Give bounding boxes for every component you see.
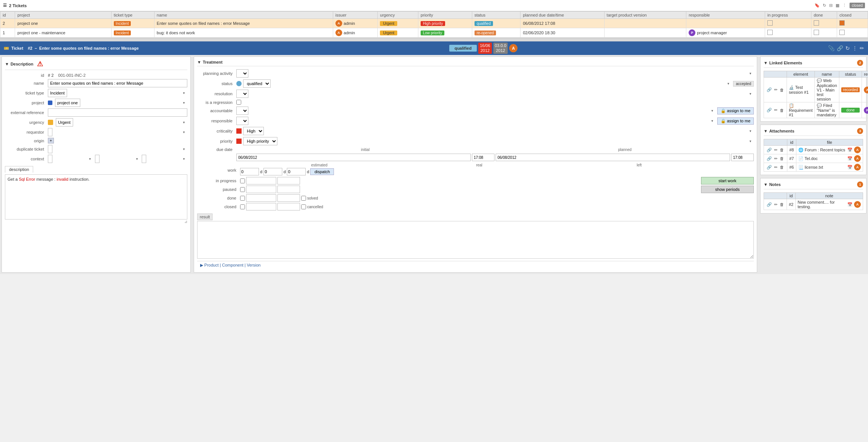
col-project[interactable]: project	[15, 12, 112, 19]
criticality-select[interactable]: High	[243, 127, 264, 135]
cancelled-check[interactable]	[301, 204, 306, 209]
desc-tab-description[interactable]: description	[5, 166, 33, 173]
delete-btn-1[interactable]: 🗑	[779, 88, 785, 92]
more-options-btn[interactable]: ⋮	[852, 45, 857, 51]
result-textarea[interactable]	[197, 221, 754, 259]
accountable-select[interactable]	[236, 107, 248, 115]
grid-icon[interactable]: ▦	[836, 3, 839, 8]
link-icon-btn[interactable]: 🔗	[837, 45, 843, 51]
work-left-input[interactable]	[287, 168, 306, 175]
treatment-status-select[interactable]: qualified	[243, 79, 271, 88]
ticket-type-select[interactable]: Incident	[48, 89, 67, 97]
context-select-3[interactable]	[142, 155, 146, 163]
col-responsible[interactable]: responsible	[686, 12, 765, 19]
col-priority[interactable]: priority	[418, 12, 472, 19]
col-urgency[interactable]: urgency	[378, 12, 418, 19]
table-row[interactable]: 2 project one Incident Enter some quotes…	[0, 19, 868, 28]
name-input[interactable]	[48, 79, 187, 87]
resolution-select[interactable]	[236, 90, 248, 98]
solved-check[interactable]	[301, 196, 306, 201]
col-done[interactable]: done	[811, 12, 837, 19]
attach-edit-2[interactable]: ✏	[773, 156, 778, 161]
closed-date[interactable]	[246, 203, 276, 210]
col-name[interactable]: name	[154, 12, 333, 19]
in-progress-check[interactable]	[767, 20, 773, 26]
resize-handle[interactable]: ⊿	[184, 219, 187, 224]
attach-download-1[interactable]: 📅	[847, 148, 853, 152]
edit-btn-1[interactable]: ✏	[773, 87, 778, 92]
status-button[interactable]: qualified	[449, 45, 477, 52]
note-delete-1[interactable]: 🗑	[779, 202, 785, 207]
note-link-1[interactable]: 🔗	[766, 202, 773, 207]
project-select[interactable]: project one	[55, 99, 80, 107]
initial-date-input[interactable]	[236, 154, 471, 161]
context-select-2[interactable]	[95, 155, 100, 163]
show-periods-btn[interactable]: show periods	[701, 186, 754, 193]
user-avatar[interactable]: A	[509, 44, 517, 52]
planned-time-input[interactable]	[731, 154, 754, 161]
note-date-1[interactable]: 📅	[847, 202, 853, 207]
assign-to-me-responsible[interactable]: 🔒 assign to me	[717, 117, 754, 125]
attach-download-3[interactable]: 📅	[847, 165, 853, 170]
attach-edit-1[interactable]: ✏	[773, 148, 778, 152]
priority-select[interactable]: High priority	[243, 137, 277, 145]
work-estimated-input[interactable]	[240, 168, 259, 175]
done-time[interactable]	[277, 194, 300, 202]
link-btn-1[interactable]: 🔗	[766, 87, 773, 92]
planning-activity-select[interactable]	[236, 69, 248, 78]
col-issuer[interactable]: issuer	[333, 12, 377, 19]
closed-check[interactable]	[839, 30, 845, 35]
menu-icon[interactable]: ☰	[3, 3, 7, 8]
work-real-input[interactable]	[263, 168, 282, 175]
start-work-btn[interactable]: start work	[701, 177, 754, 184]
done-check[interactable]	[814, 30, 819, 35]
col-planned-due[interactable]: planned due date/time	[520, 12, 604, 19]
refresh-icon[interactable]: ↻	[823, 3, 826, 8]
note-edit-1[interactable]: ✏	[773, 202, 778, 207]
done-check[interactable]	[814, 20, 819, 26]
in-progress-check[interactable]	[240, 178, 245, 183]
desc-text-area[interactable]: Get a Sql Error message : invalid instru…	[5, 174, 187, 219]
responsible-select[interactable]	[236, 117, 248, 125]
bookmark-icon[interactable]: 🔖	[814, 3, 820, 8]
product-component-bar[interactable]: ▶ Product | Component | Version	[197, 261, 754, 269]
link-btn-2[interactable]: 🔗	[766, 108, 773, 113]
edit-btn-2[interactable]: ✏	[773, 108, 778, 113]
attachment-icon-btn[interactable]: 📎	[828, 45, 834, 51]
attach-delete-3[interactable]: 🗑	[779, 165, 785, 169]
attach-download-2[interactable]: 📅	[847, 156, 853, 161]
context-select-1[interactable]	[48, 155, 52, 163]
paused-check[interactable]	[240, 187, 245, 192]
closed-check[interactable]	[240, 204, 245, 209]
attach-delete-2[interactable]: 🗑	[779, 156, 785, 161]
attach-link-3[interactable]: 🔗	[766, 165, 773, 170]
paused-time[interactable]	[277, 186, 300, 193]
attach-link-2[interactable]: 🔗	[766, 156, 773, 161]
duplicate-select[interactable]	[48, 145, 52, 153]
urgency-select[interactable]: Urgent	[56, 118, 73, 127]
col-id[interactable]: id	[0, 12, 15, 19]
edit-icon-btn[interactable]: ✏	[860, 45, 864, 51]
done-check[interactable]	[240, 196, 245, 201]
closed-check[interactable]	[839, 20, 845, 26]
in-progress-check[interactable]	[767, 30, 773, 35]
is-regression-checkbox[interactable]	[236, 100, 241, 105]
external-ref-input[interactable]	[48, 108, 187, 117]
col-closed[interactable]: closed	[837, 12, 868, 19]
planned-date-input[interactable]	[496, 154, 730, 161]
col-target-version[interactable]: target product version	[604, 12, 686, 19]
attach-link-1[interactable]: 🔗	[766, 148, 773, 152]
in-progress-time[interactable]	[277, 177, 300, 184]
closed-time[interactable]	[277, 203, 300, 210]
assign-to-me-accountable[interactable]: 🔒 assign to me	[717, 107, 754, 114]
delete-btn-2[interactable]: 🗑	[779, 108, 785, 113]
attach-edit-3[interactable]: ✏	[773, 165, 778, 170]
table-row[interactable]: 1 project one - maintenance Incident bug…	[0, 28, 868, 38]
filter-icon[interactable]: ⊟	[829, 3, 833, 8]
initial-time-input[interactable]	[472, 154, 494, 161]
done-date[interactable]	[246, 194, 276, 202]
paused-date[interactable]	[246, 186, 276, 193]
requestor-select[interactable]	[48, 128, 52, 136]
col-ticket-type[interactable]: ticket type	[111, 12, 154, 19]
in-progress-date[interactable]	[246, 177, 276, 184]
